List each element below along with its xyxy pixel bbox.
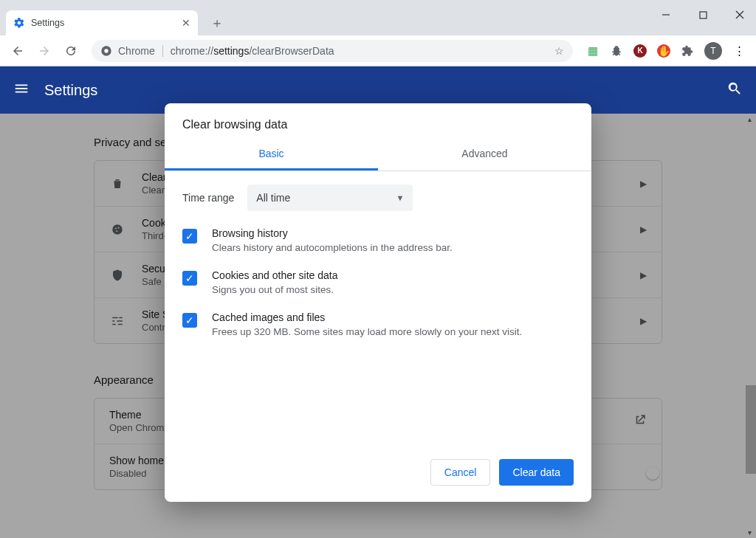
browser-toolbar: Chrome chrome://settings/clearBrowserDat… <box>0 35 756 66</box>
maximize-button[interactable] <box>693 4 713 25</box>
time-range-value: All time <box>256 192 290 204</box>
reload-button[interactable] <box>59 39 83 63</box>
svg-rect-1 <box>700 12 707 18</box>
back-button[interactable] <box>6 39 30 63</box>
time-range-select[interactable]: All time ▼ <box>247 184 413 211</box>
dialog-title: Clear browsing data <box>165 103 591 139</box>
forward-button[interactable] <box>32 39 56 63</box>
titlebar <box>0 0 756 7</box>
extension-icon-adblock[interactable]: ✋ <box>657 44 670 58</box>
extension-icon-k[interactable]: K <box>633 44 647 58</box>
checkbox-browsing-history[interactable]: ✓ <box>182 229 197 244</box>
clear-data-button[interactable]: Clear data <box>499 459 574 486</box>
bookmark-star-icon[interactable]: ☆ <box>554 45 564 57</box>
extensions-puzzle-icon[interactable] <box>681 44 694 58</box>
profile-avatar[interactable]: T <box>704 42 722 60</box>
chrome-menu-button[interactable]: ⋮ <box>732 44 746 58</box>
checkbox-cookies[interactable]: ✓ <box>182 271 197 286</box>
tab-basic[interactable]: Basic <box>165 139 378 170</box>
option-browsing-history: ✓ Browsing history Clears history and au… <box>182 227 574 253</box>
tab-advanced[interactable]: Advanced <box>378 139 591 170</box>
chevron-down-icon: ▼ <box>396 193 404 202</box>
minimize-button[interactable] <box>656 4 676 25</box>
checkbox-cache[interactable]: ✓ <box>182 313 197 328</box>
cancel-button[interactable]: Cancel <box>430 459 491 486</box>
option-title: Browsing history <box>212 227 453 239</box>
omnibox-chip-label: Chrome <box>118 45 155 57</box>
tab-title: Settings <box>31 18 64 28</box>
option-sub: Signs you out of most sites. <box>212 284 337 295</box>
dialog-tabs: Basic Advanced <box>165 139 591 171</box>
tab-settings[interactable]: Settings ✕ <box>6 10 198 35</box>
close-window-button[interactable] <box>729 4 750 25</box>
option-title: Cookies and other site data <box>212 269 337 281</box>
omnibox-url-dark: settings <box>213 45 249 57</box>
omnibox[interactable]: Chrome chrome://settings/clearBrowserDat… <box>92 40 573 62</box>
time-range-label: Time range <box>182 192 234 204</box>
hamburger-menu-button[interactable] <box>13 80 31 100</box>
window-controls <box>656 4 750 25</box>
svg-point-5 <box>104 49 108 52</box>
extension-icon-bug[interactable] <box>610 44 623 58</box>
option-cache: ✓ Cached images and files Frees up 320 M… <box>182 311 574 337</box>
chrome-icon <box>100 45 112 57</box>
omnibox-url-prefix: chrome:// <box>171 45 213 57</box>
extension-icons: ▦ K ✋ T ⋮ <box>582 42 750 60</box>
option-cookies: ✓ Cookies and other site data Signs you … <box>182 269 574 295</box>
dialog-body: Time range All time ▼ ✓ Browsing history… <box>165 171 591 449</box>
tab-close-button[interactable]: ✕ <box>182 17 190 29</box>
option-sub: Clears history and autocompletions in th… <box>212 242 453 253</box>
new-tab-button[interactable]: ＋ <box>207 13 227 33</box>
app-title: Settings <box>44 82 97 99</box>
tab-strip: Settings ✕ ＋ <box>0 7 756 35</box>
omnibox-chip: Chrome <box>100 45 163 57</box>
gear-icon <box>13 17 25 29</box>
extension-icon-1[interactable]: ▦ <box>586 44 599 58</box>
clear-data-dialog: Clear browsing data Basic Advanced Time … <box>165 103 591 502</box>
omnibox-url-suffix: /clearBrowserData <box>249 45 334 57</box>
search-button[interactable] <box>726 80 743 100</box>
option-title: Cached images and files <box>212 311 522 323</box>
option-sub: Frees up 320 MB. Some sites may load mor… <box>212 326 522 337</box>
dialog-actions: Cancel Clear data <box>165 449 591 502</box>
